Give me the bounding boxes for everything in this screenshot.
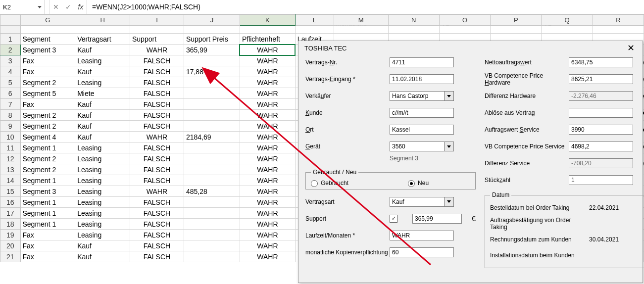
cell[interactable]: Segment 2 [20,164,75,175]
cell[interactable]: Leasing [75,175,130,186]
input-vb-hardware[interactable]: 8625,21 [569,74,633,84]
cell[interactable]: WAHR [240,132,295,142]
cell[interactable]: Kauf [75,110,130,121]
input-stueckzahl[interactable]: 1 [569,175,633,185]
cell[interactable]: Segment 5 [20,88,75,99]
col-header-M[interactable]: M [334,15,388,26]
row-header[interactable]: 21 [0,251,21,262]
cell[interactable]: 2184,69 [184,132,240,142]
cell[interactable]: Segment 1 [20,208,75,219]
cell[interactable]: 365,99 [184,45,240,55]
cell[interactable]: Segment 3 [20,186,75,197]
cell[interactable]: Leasing [75,164,130,175]
row-header[interactable]: 1 [0,34,21,45]
cell[interactable] [184,230,240,240]
row-header[interactable]: 10 [0,132,21,142]
radio-gebraucht[interactable]: Gebraucht [311,180,348,187]
cell[interactable]: Fax [20,55,75,66]
cell[interactable]: Leasing [75,153,130,164]
input-kopienverpflichtung[interactable]: 60 [390,247,454,257]
row-header[interactable]: 7 [0,99,21,110]
cell[interactable]: WAHR [240,164,295,175]
select-geraet[interactable]: 3560 [390,142,454,151]
cell[interactable]: Segment [20,34,75,45]
cell[interactable]: Kauf [75,132,130,142]
cell[interactable]: WAHR [240,230,295,240]
cell[interactable]: WAHR [130,186,184,197]
cell[interactable] [184,88,240,99]
cell[interactable]: WAHR [240,186,295,197]
cell[interactable]: WAHR [240,110,295,121]
cell[interactable]: Fax [20,66,75,77]
cell[interactable] [184,197,240,208]
cell[interactable]: Kauf [75,99,130,110]
close-icon[interactable]: ✕ [624,43,638,53]
cell[interactable]: Support [130,34,184,45]
cell[interactable] [184,99,240,110]
cell[interactable]: Fax [20,240,75,251]
cell[interactable] [184,208,240,219]
col-header-N[interactable]: N [388,15,439,26]
row-header[interactable]: 17 [0,208,21,219]
cell[interactable]: FALSCH [130,219,184,230]
row-header[interactable]: 8 [0,110,21,121]
cell[interactable]: WAHR [240,88,295,99]
cell[interactable]: Vertragsart [75,34,130,45]
cell[interactable] [184,251,240,262]
cell[interactable] [184,121,240,132]
input-abloese[interactable] [569,108,633,118]
fx-icon[interactable]: fx [78,3,83,11]
cell[interactable]: Miete [75,88,130,99]
checkbox-support[interactable]: ✓ [390,215,397,223]
cell[interactable] [184,77,240,88]
cell[interactable]: WAHR [240,240,295,251]
cancel-formula-icon[interactable]: ✕ [53,3,59,11]
cell[interactable]: Segment 2 [20,121,75,132]
row-header[interactable]: 20 [0,240,21,251]
col-header-O[interactable]: O [439,15,491,26]
input-auftragswert-service[interactable]: 3990 [569,125,633,135]
row-header[interactable]: 9 [0,121,21,132]
cell[interactable]: FALSCH [130,230,184,240]
row-header[interactable]: 3 [0,55,21,66]
cell[interactable]: FALSCH [130,175,184,186]
cell[interactable]: FALSCH [130,240,184,251]
cell[interactable]: Segment 2 [20,77,75,88]
col-header-G[interactable]: G [20,15,75,26]
cell[interactable]: FALSCH [130,110,184,121]
cell[interactable] [184,142,240,153]
col-header-J[interactable]: J [184,15,240,26]
name-box[interactable]: K2 [0,0,45,14]
cell[interactable]: Leasing [75,142,130,153]
cell[interactable]: Kauf [75,121,130,132]
cell[interactable]: Kauf [75,251,130,262]
cell[interactable]: FALSCH [130,77,184,88]
chevron-down-icon[interactable] [444,197,453,206]
cell[interactable]: Support Preis [184,34,240,45]
col-header-K[interactable]: K [240,15,295,26]
cell[interactable]: Leasing [75,197,130,208]
cell[interactable]: WAHR [240,251,295,262]
cell[interactable]: WAHR [240,175,295,186]
cell[interactable]: WAHR [240,55,295,66]
cell[interactable]: Segment 4 [20,132,75,142]
input-vb-service[interactable]: 4698,2 [569,142,633,151]
input-vertrags-nr[interactable]: 4711 [390,57,454,67]
row-header[interactable]: 4 [0,66,21,77]
cell[interactable]: Segment 3 [20,45,75,55]
cell[interactable]: Segment 1 [20,175,75,186]
cell[interactable]: Fax [20,251,75,262]
cell[interactable]: FALSCH [130,99,184,110]
select-all-cell[interactable] [0,15,21,26]
cell[interactable]: Leasing [75,208,130,219]
cell[interactable]: FALSCH [130,197,184,208]
col-header-H[interactable]: H [75,15,130,26]
cell[interactable]: Kauf [75,45,130,55]
cell[interactable]: FALSCH [130,88,184,99]
cell[interactable] [184,240,240,251]
input-support-preis[interactable]: 365,99 [412,214,462,224]
cell[interactable]: FALSCH [130,142,184,153]
input-bestelldatum[interactable]: 22.04.2021 [589,204,636,211]
row-header[interactable]: 2 [0,45,21,55]
cell[interactable]: WAHR [240,153,295,164]
